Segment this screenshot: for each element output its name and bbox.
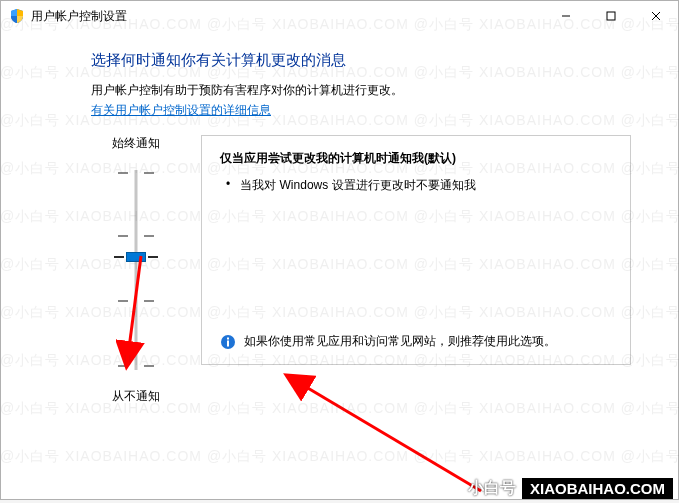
svg-point-10 [451, 486, 457, 492]
slider-tick [118, 300, 154, 301]
brand-watermark: 小白号 XIAOBAIHAO.COM [444, 478, 673, 499]
slider-track [135, 170, 138, 370]
page-heading: 选择何时通知你有关计算机更改的消息 [91, 51, 638, 70]
svg-rect-5 [227, 341, 229, 347]
brand-logo-icon [444, 479, 464, 499]
brand-url: XIAOBAIHAO.COM [522, 478, 673, 499]
titlebar: 用户帐户控制设置 [1, 1, 678, 31]
info-panel: 仅当应用尝试更改我的计算机时通知我(默认) • 当我对 Windows 设置进行… [201, 135, 631, 365]
slider-thumb-mark [114, 256, 124, 258]
svg-rect-1 [607, 12, 615, 20]
slider-label-always: 始终通知 [112, 135, 160, 152]
maximize-button[interactable] [588, 2, 633, 30]
slider-area: 始终通知 从不通知 仅当应用尝试更改我的计算机时通知我(默认) [91, 135, 638, 405]
svg-rect-6 [227, 338, 229, 340]
window-title: 用户帐户控制设置 [31, 8, 543, 25]
page-description: 用户帐户控制有助于预防有害程序对你的计算机进行更改。 [91, 82, 638, 99]
info-panel-title: 仅当应用尝试更改我的计算机时通知我(默认) [220, 150, 612, 167]
info-bullet-row: • 当我对 Windows 设置进行更改时不要通知我 [226, 177, 612, 194]
info-icon [220, 334, 236, 350]
slider-thumb-mark [148, 256, 158, 258]
info-recommendation: 如果你使用常见应用和访问常见网站，则推荐使用此选项。 [220, 332, 612, 350]
shield-icon [9, 8, 25, 24]
content-area: 选择何时通知你有关计算机更改的消息 用户帐户控制有助于预防有害程序对你的计算机进… [1, 31, 678, 415]
info-bullet-text: 当我对 Windows 设置进行更改时不要通知我 [240, 177, 475, 194]
uac-settings-window: 用户帐户控制设置 选择何时通知你有关计算机更改的消息 用户帐户控制有助于预防有害… [0, 0, 679, 500]
info-recommendation-text: 如果你使用常见应用和访问常见网站，则推荐使用此选项。 [244, 332, 556, 350]
uac-details-link[interactable]: 有关用户帐户控制设置的详细信息 [91, 103, 271, 117]
slider-column: 始终通知 从不通知 [91, 135, 181, 405]
slider-tick [118, 365, 154, 366]
minimize-button[interactable] [543, 2, 588, 30]
info-top: 仅当应用尝试更改我的计算机时通知我(默认) • 当我对 Windows 设置进行… [220, 150, 612, 194]
notification-slider[interactable] [116, 160, 156, 380]
slider-tick [118, 172, 154, 173]
close-button[interactable] [633, 2, 678, 30]
slider-label-never: 从不通知 [112, 388, 160, 405]
slider-tick [118, 235, 154, 236]
bullet-icon: • [226, 177, 230, 191]
window-controls [543, 2, 678, 30]
brand-name-cn: 小白号 [468, 478, 516, 499]
slider-thumb[interactable] [126, 252, 146, 262]
